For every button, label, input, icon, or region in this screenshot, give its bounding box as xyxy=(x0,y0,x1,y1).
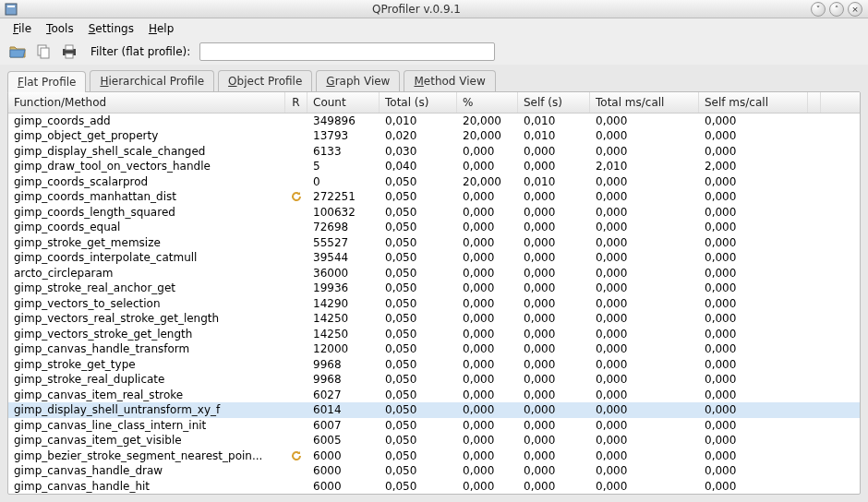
col-r[interactable]: R xyxy=(285,92,307,113)
tab-graph-view[interactable]: Graph View xyxy=(316,70,400,91)
tab-method-view[interactable]: Method View xyxy=(404,70,495,91)
filter-input[interactable] xyxy=(199,42,495,61)
cell-self-ms: 0,000 xyxy=(699,190,808,203)
table-row[interactable]: gimp_bezier_stroke_segment_nearest_poin.… xyxy=(8,448,860,464)
cell-function: gimp_vectors_stroke_get_length xyxy=(8,328,285,341)
cell-self-ms: 0,000 xyxy=(699,449,808,462)
cell-self: 0,000 xyxy=(518,267,590,280)
tab-hierarchical-profile[interactable]: Hierarchical Profile xyxy=(90,70,214,91)
table-row[interactable]: gimp_display_shell_untransform_xy_f60140… xyxy=(8,402,860,418)
table-row[interactable]: gimp_draw_tool_on_vectors_handle50,0400,… xyxy=(8,159,860,174)
table-row[interactable]: gimp_coords_interpolate_catmull395440,05… xyxy=(8,250,860,266)
cell-total: 0,050 xyxy=(380,388,457,401)
table-body[interactable]: gimp_coords_add3498960,01020,0000,0100,0… xyxy=(8,114,860,495)
col-function[interactable]: Function/Method xyxy=(8,92,285,113)
cell-function: gimp_canvas_handle_transform xyxy=(8,342,285,355)
copy-icon[interactable] xyxy=(33,42,54,62)
table-row[interactable]: gimp_canvas_item_get_visible60050,0500,0… xyxy=(8,433,860,448)
cell-self: 0,000 xyxy=(518,312,590,325)
cell-count: 6027 xyxy=(307,388,380,401)
table-row[interactable]: gimp_coords_add3498960,01020,0000,0100,0… xyxy=(8,114,860,129)
cell-function: gimp_stroke_get_memsize xyxy=(8,236,285,249)
content: Flat Profile Hierarchical Profile Object… xyxy=(0,65,868,503)
cell-total-ms: 0,000 xyxy=(590,342,699,355)
close-button[interactable]: × xyxy=(848,2,862,17)
menu-settings[interactable]: Settings xyxy=(83,20,139,37)
cell-total-ms: 0,000 xyxy=(590,434,699,447)
cell-count: 9968 xyxy=(307,358,380,371)
table-row[interactable]: gimp_stroke_get_type99680,0500,0000,0000… xyxy=(8,357,860,373)
table-row[interactable]: gimp_display_shell_scale_changed61330,03… xyxy=(8,144,860,160)
table-row[interactable]: gimp_vectors_to_selection142900,0500,000… xyxy=(8,296,860,312)
table-row[interactable]: gimp_coords_equal726980,0500,0000,0000,0… xyxy=(8,220,860,235)
maximize-button[interactable]: ˄ xyxy=(829,2,844,17)
menu-help[interactable]: Help xyxy=(143,20,179,37)
table-row[interactable]: gimp_canvas_handle_transform120000,0500,… xyxy=(8,341,860,357)
cell-self: 0,000 xyxy=(518,281,590,294)
cell-self-ms: 0,000 xyxy=(699,403,808,416)
col-total-ms-call[interactable]: Total ms/call xyxy=(590,92,699,113)
cell-self-ms: 0,000 xyxy=(699,342,808,355)
tab-object-profile[interactable]: Object Profile xyxy=(218,70,312,91)
col-percent[interactable]: % xyxy=(457,92,518,113)
cell-self: 0,000 xyxy=(518,236,590,249)
cell-percent: 0,000 xyxy=(457,342,518,355)
col-self-ms-call[interactable]: Self ms/call xyxy=(699,92,808,113)
cell-count: 12000 xyxy=(307,342,380,355)
table-row[interactable]: arcto_circleparam360000,0500,0000,0000,0… xyxy=(8,266,860,281)
cell-total: 0,050 xyxy=(380,236,457,249)
cell-total-ms: 0,000 xyxy=(590,373,699,386)
filter-label: Filter (flat profile): xyxy=(90,45,190,58)
cell-total: 0,040 xyxy=(380,160,457,173)
col-count[interactable]: Count xyxy=(307,92,380,113)
cell-function: gimp_object_get_property xyxy=(8,129,285,142)
cell-total: 0,020 xyxy=(380,129,457,142)
cell-total: 0,050 xyxy=(380,449,457,462)
cell-percent: 0,000 xyxy=(457,251,518,264)
table-row[interactable]: gimp_object_get_property137930,02020,000… xyxy=(8,128,860,144)
cell-recursive xyxy=(285,190,307,203)
cell-function: gimp_coords_manhattan_dist xyxy=(8,190,285,203)
print-icon[interactable] xyxy=(59,42,79,62)
table-row[interactable]: gimp_vectors_real_stroke_get_length14250… xyxy=(8,311,860,327)
table-row[interactable]: gimp_stroke_real_duplicate99680,0500,000… xyxy=(8,372,860,388)
minimize-button[interactable]: ˅ xyxy=(811,2,826,17)
col-total[interactable]: Total (s) xyxy=(380,92,457,113)
cell-self-ms: 0,000 xyxy=(699,267,808,280)
cell-count: 14290 xyxy=(307,297,380,310)
table-row[interactable]: gimp_stroke_real_anchor_get199360,0500,0… xyxy=(8,281,860,296)
table-row[interactable]: gimp_canvas_line_class_intern_init60070,… xyxy=(8,418,860,434)
cell-function: gimp_coords_length_squared xyxy=(8,206,285,219)
menu-tools[interactable]: Tools xyxy=(41,20,79,37)
table-row[interactable]: gimp_vectors_stroke_get_length142500,050… xyxy=(8,327,860,342)
cell-count: 6005 xyxy=(307,434,380,447)
open-icon[interactable] xyxy=(7,42,28,62)
table-row[interactable]: gimp_canvas_item_real_stroke60270,0500,0… xyxy=(8,388,860,403)
cell-self: 0,000 xyxy=(518,145,590,158)
cell-total: 0,050 xyxy=(380,251,457,264)
table-row[interactable]: gimp_coords_scalarprod00,05020,0000,0100… xyxy=(8,174,860,190)
table-row[interactable]: gimp_coords_length_squared1006320,0500,0… xyxy=(8,205,860,221)
cell-total-ms: 0,000 xyxy=(590,419,699,432)
cell-count: 0 xyxy=(307,175,380,188)
tab-flat-profile[interactable]: Flat Profile xyxy=(7,71,86,92)
cell-self: 0,000 xyxy=(518,480,590,493)
table-row[interactable]: gimp_stroke_get_memsize555270,0500,0000,… xyxy=(8,235,860,251)
cell-total-ms: 0,000 xyxy=(590,281,699,294)
table-row[interactable]: gimp_coords_manhattan_dist2722510,0500,0… xyxy=(8,189,860,205)
cell-total: 0,050 xyxy=(380,312,457,325)
cell-total-ms: 0,000 xyxy=(590,221,699,233)
cell-function: gimp_coords_interpolate_catmull xyxy=(8,251,285,264)
col-self[interactable]: Self (s) xyxy=(518,92,590,113)
cell-self-ms: 0,000 xyxy=(699,373,808,386)
cell-function: gimp_coords_add xyxy=(8,114,285,127)
table-row[interactable]: gimp_canvas_handle_draw60000,0500,0000,0… xyxy=(8,463,860,479)
cell-total-ms: 0,000 xyxy=(590,358,699,371)
cell-self-ms: 0,000 xyxy=(699,464,808,477)
cell-self-ms: 0,000 xyxy=(699,328,808,341)
cell-total: 0,050 xyxy=(380,267,457,280)
table-row[interactable]: gimp_canvas_handle_hit60000,0500,0000,00… xyxy=(8,479,860,495)
cell-self-ms: 0,000 xyxy=(699,129,808,142)
cell-count: 6000 xyxy=(307,449,380,462)
menu-file[interactable]: File xyxy=(7,20,37,37)
